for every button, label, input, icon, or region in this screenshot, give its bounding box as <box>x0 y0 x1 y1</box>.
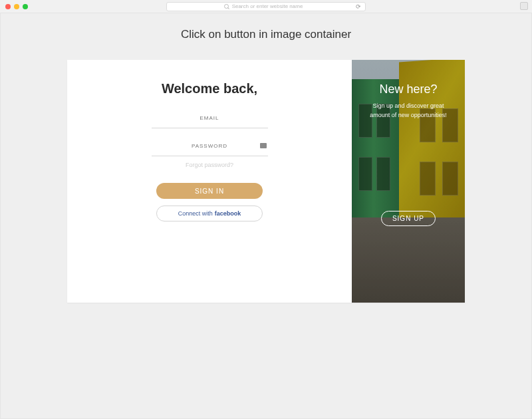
signup-button-label: SIGN UP <box>392 215 424 222</box>
connect-facebook-button[interactable]: Connect with facebook <box>156 206 263 221</box>
window-controls <box>5 4 28 9</box>
email-field[interactable] <box>152 110 268 128</box>
auth-card: Welcome back, Forgot password? SIGN IN C… <box>67 60 465 303</box>
browser-titlebar: Search or enter website name ⟳ <box>0 0 532 13</box>
signup-panel: New here? Sign up and discover great amo… <box>360 60 456 303</box>
signin-button[interactable]: SIGN IN <box>156 183 263 199</box>
keyboard-icon <box>260 143 267 148</box>
reload-icon[interactable]: ⟳ <box>356 3 361 10</box>
page-body: Click on button in image container Welco… <box>0 13 532 419</box>
signup-title: New here? <box>379 82 437 96</box>
address-bar[interactable]: Search or enter website name ⟳ <box>166 2 366 11</box>
connect-brand: facebook <box>215 210 241 217</box>
connect-prefix: Connect with <box>178 210 213 217</box>
signup-subtitle: Sign up and discover great amount of new… <box>370 102 447 120</box>
password-field[interactable] <box>152 138 268 156</box>
tab-overview-button[interactable] <box>520 2 528 10</box>
instruction-text: Click on button in image container <box>181 28 351 41</box>
password-field-wrap <box>152 138 268 162</box>
close-window-icon[interactable] <box>5 4 11 9</box>
minimize-window-icon[interactable] <box>14 4 19 9</box>
login-panel: Welcome back, Forgot password? SIGN IN C… <box>67 60 352 303</box>
search-icon <box>224 4 229 9</box>
image-container: New here? Sign up and discover great amo… <box>352 60 465 303</box>
forgot-password-link[interactable]: Forgot password? <box>186 162 233 168</box>
address-placeholder: Search or enter website name <box>232 3 303 9</box>
signin-button-label: SIGN IN <box>195 188 224 195</box>
maximize-window-icon[interactable] <box>23 4 28 9</box>
signup-button[interactable]: SIGN UP <box>381 211 436 226</box>
login-title: Welcome back, <box>162 81 257 96</box>
